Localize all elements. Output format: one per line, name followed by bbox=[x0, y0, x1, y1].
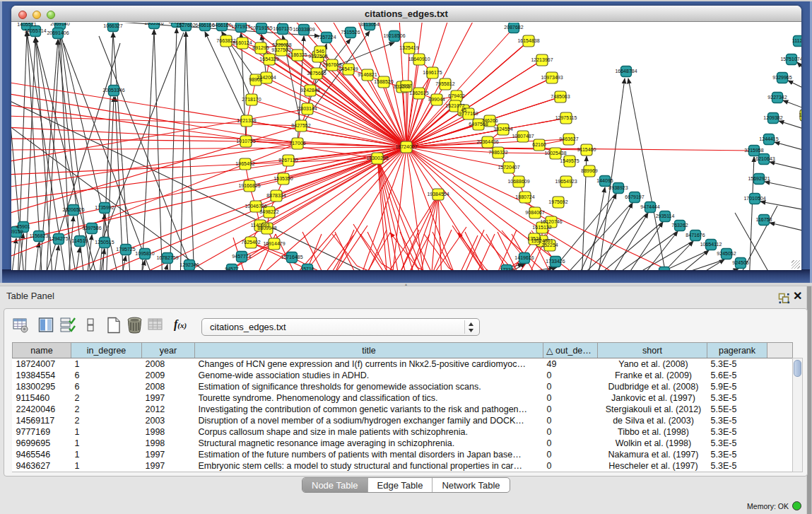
svg-text:924505: 924505 bbox=[732, 260, 748, 265]
svg-text:9227342: 9227342 bbox=[767, 95, 787, 100]
svg-text:8471676: 8471676 bbox=[686, 233, 705, 238]
svg-text:7485063: 7485063 bbox=[551, 94, 570, 99]
svg-text:1419616: 1419616 bbox=[514, 255, 534, 260]
svg-text:8809948: 8809948 bbox=[257, 226, 276, 230]
svg-text:7955812: 7955812 bbox=[435, 81, 454, 86]
svg-text:10025438: 10025438 bbox=[544, 151, 566, 156]
svg-text:144095: 144095 bbox=[596, 178, 613, 183]
svg-text:1795725: 1795725 bbox=[116, 247, 135, 252]
svg-text:889969: 889969 bbox=[581, 168, 597, 173]
svg-text:1294275: 1294275 bbox=[49, 236, 68, 241]
svg-text:19218506: 19218506 bbox=[383, 33, 405, 38]
svg-text:763262: 763262 bbox=[671, 223, 688, 228]
svg-text:1244415: 1244415 bbox=[759, 136, 778, 141]
svg-text:114519: 114519 bbox=[72, 238, 88, 243]
svg-text:5226058: 5226058 bbox=[272, 42, 291, 47]
svg-text:9084067: 9084067 bbox=[525, 210, 544, 215]
svg-text:6466160: 6466160 bbox=[212, 23, 231, 28]
svg-text:1250515: 1250515 bbox=[95, 240, 114, 245]
svg-text:17334: 17334 bbox=[500, 267, 514, 270]
svg-text:1362615: 1362615 bbox=[409, 90, 428, 95]
svg-text:7986322: 7986322 bbox=[488, 150, 507, 155]
svg-text:10688609: 10688609 bbox=[507, 179, 529, 184]
svg-text:1588520: 1588520 bbox=[374, 79, 393, 84]
svg-text:10046786: 10046786 bbox=[245, 204, 266, 209]
svg-text:8267130: 8267130 bbox=[278, 158, 298, 163]
svg-text:1975692: 1975692 bbox=[548, 199, 567, 204]
svg-text:252254: 252254 bbox=[541, 243, 558, 247]
svg-text:7515526: 7515526 bbox=[341, 30, 360, 35]
svg-text:1535350: 1535350 bbox=[273, 176, 293, 181]
svg-text:15720407: 15720407 bbox=[498, 165, 519, 170]
svg-text:899044: 899044 bbox=[428, 97, 445, 102]
svg-text:891295: 891295 bbox=[252, 45, 269, 50]
svg-text:2069140: 2069140 bbox=[50, 23, 69, 26]
svg-text:1880724: 1880724 bbox=[515, 194, 534, 199]
svg-text:1615132: 1615132 bbox=[532, 225, 551, 230]
svg-text:1066327: 1066327 bbox=[103, 23, 122, 28]
svg-text:20206526: 20206526 bbox=[62, 207, 84, 212]
svg-text:1209382: 1209382 bbox=[763, 115, 782, 120]
svg-text:8813054: 8813054 bbox=[360, 23, 379, 27]
svg-text:717006: 717006 bbox=[289, 141, 305, 146]
svg-text:8938923: 8938923 bbox=[608, 185, 628, 190]
svg-text:116753: 116753 bbox=[756, 217, 772, 222]
svg-text:1527602: 1527602 bbox=[176, 23, 195, 28]
svg-text:9245052: 9245052 bbox=[717, 251, 736, 256]
svg-text:1065326: 1065326 bbox=[144, 23, 163, 25]
svg-text:16120746: 16120746 bbox=[540, 219, 562, 224]
svg-text:19654923: 19654923 bbox=[555, 179, 577, 184]
svg-text:9327503: 9327503 bbox=[271, 47, 290, 52]
svg-text:1221338: 1221338 bbox=[237, 118, 256, 123]
svg-text:9457771: 9457771 bbox=[232, 254, 251, 259]
svg-text:9115460: 9115460 bbox=[577, 147, 596, 152]
svg-text:11325: 11325 bbox=[799, 112, 801, 117]
svg-text:14055714: 14055714 bbox=[24, 28, 46, 33]
svg-text:1696175: 1696175 bbox=[423, 70, 442, 75]
svg-text:9242848: 9242848 bbox=[300, 88, 319, 93]
svg-text:1667135: 1667135 bbox=[273, 26, 292, 31]
svg-text:1156823: 1156823 bbox=[30, 233, 49, 238]
svg-text:9327508: 9327508 bbox=[308, 54, 327, 59]
svg-text:13524: 13524 bbox=[527, 236, 541, 241]
svg-text:12213967: 12213967 bbox=[531, 57, 553, 62]
svg-text:8878334: 8878334 bbox=[266, 193, 286, 198]
svg-text:11124: 11124 bbox=[792, 38, 801, 43]
svg-text:8454749: 8454749 bbox=[339, 66, 358, 71]
svg-text:3498222: 3498222 bbox=[259, 209, 278, 214]
svg-text:16210643: 16210643 bbox=[753, 156, 775, 161]
svg-text:16914479: 16914479 bbox=[263, 241, 285, 246]
svg-text:16782759: 16782759 bbox=[156, 255, 178, 260]
svg-text:19384554: 19384554 bbox=[427, 192, 449, 197]
svg-text:7625402: 7625402 bbox=[241, 240, 260, 245]
svg-text:1010755: 1010755 bbox=[236, 139, 255, 144]
svg-text:2087682: 2087682 bbox=[504, 25, 523, 30]
svg-text:62160: 62160 bbox=[532, 142, 546, 147]
svg-text:546: 546 bbox=[316, 49, 324, 54]
svg-text:18724007: 18724007 bbox=[395, 144, 417, 149]
svg-text:20053346: 20053346 bbox=[102, 88, 124, 93]
svg-text:12975115: 12975115 bbox=[555, 115, 577, 120]
svg-text:1292346: 1292346 bbox=[180, 262, 199, 267]
svg-text:1095810: 1095810 bbox=[135, 251, 154, 256]
svg-text:1654339: 1654339 bbox=[259, 57, 278, 62]
svg-text:6679197: 6679197 bbox=[625, 194, 644, 199]
svg-text:20364436: 20364436 bbox=[476, 139, 498, 144]
svg-text:1965492: 1965492 bbox=[235, 161, 254, 166]
svg-text:8427552: 8427552 bbox=[291, 123, 310, 128]
svg-text:15716485: 15716485 bbox=[281, 255, 302, 259]
svg-text:9474444: 9474444 bbox=[640, 204, 659, 209]
svg-text:39159: 39159 bbox=[11, 229, 23, 234]
svg-text:3875685: 3875685 bbox=[307, 71, 326, 76]
svg-text:9397586: 9397586 bbox=[82, 226, 101, 230]
svg-text:9463627: 9463627 bbox=[559, 136, 578, 141]
svg-text:2037: 2037 bbox=[401, 83, 412, 88]
svg-text:16154838: 16154838 bbox=[517, 38, 539, 43]
svg-text:45901: 45901 bbox=[16, 224, 30, 229]
svg-text:94577: 94577 bbox=[225, 267, 239, 270]
svg-text:15716: 15716 bbox=[300, 267, 314, 270]
svg-text:2718170: 2718170 bbox=[242, 97, 261, 102]
svg-text:9329965: 9329965 bbox=[772, 75, 792, 80]
svg-text:16648784: 16648784 bbox=[615, 69, 637, 74]
svg-text:2803144: 2803144 bbox=[298, 106, 317, 111]
